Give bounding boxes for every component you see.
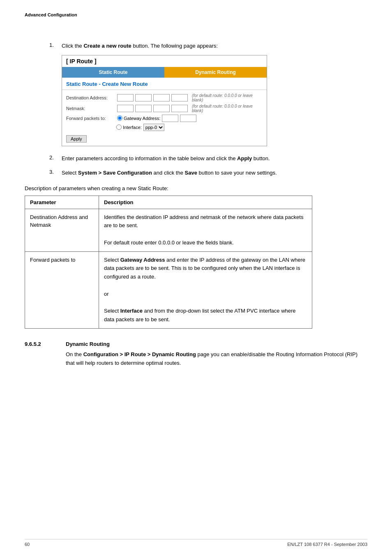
netmask-input-4[interactable] [171,105,188,112]
ip-route-tabs: Static Route Dynamic Routing [62,67,267,78]
section-body: On the Configuration > IP Route > Dynami… [66,350,367,368]
footer-doc-info: EN/LZT 108 6377 R4 - September 2003 [287,542,367,547]
interface-radio[interactable] [116,124,122,130]
netmask-input-3[interactable] [153,105,170,112]
tab-static-route[interactable]: Static Route [62,67,164,78]
param-forward: Forward packets to [25,251,99,328]
page-container: Advanced Configuration 1. Click the Crea… [0,0,392,555]
description-intro: Description of parameters when creating … [25,185,367,191]
interface-radio-label[interactable]: Interface: [116,124,142,130]
gateway-input-1[interactable] [162,115,178,122]
dest-input-4[interactable] [171,94,188,101]
table-header-row: Parameter Description [25,196,312,209]
interface-radio-text: Interface: [123,125,142,130]
step-1-text: Click the Create a new route button. The… [62,42,218,50]
destination-hint: (for default route: 0.0.0.0 or leave bla… [192,93,263,102]
gateway-radio-text: Gateway Address: [124,116,160,121]
table-row: Destination Address and Netmask Identifi… [25,209,312,251]
page-header: Advanced Configuration [25,12,367,17]
desc-dest-netmask: Identifies the destination IP address an… [99,209,312,251]
ip-route-title: [ IP Route ] [62,55,267,67]
col-param-header: Parameter [25,196,99,209]
destination-label: Destination Address: [66,95,115,100]
section-number: 9.6.5.2 [25,341,58,368]
gateway-radio-label[interactable]: Gateway Address: [117,115,160,121]
section-9-6-5-2: 9.6.5.2 Dynamic Routing On the Configura… [25,341,367,368]
forward-gateway-row: Forward packets to: Gateway Address: [66,115,263,122]
destination-row: Destination Address: (for default route:… [66,93,263,102]
netmask-row: Netmask: (for default route: 0.0.0.0 or … [66,104,263,113]
ppp-select[interactable]: ppp-0 [143,124,164,131]
col-desc-header: Description [99,196,312,209]
param-dest-netmask: Destination Address and Netmask [25,209,99,251]
tab-dynamic-routing[interactable]: Dynamic Routing [164,67,267,78]
step-1: 1. Click the Create a new route button. … [49,42,367,146]
section-content: Dynamic Routing On the Configuration > I… [66,341,367,368]
ip-route-subtitle: Static Route - Create New Route [62,78,267,90]
param-table: Parameter Description Destination Addres… [25,196,312,329]
netmask-input-2[interactable] [135,105,152,112]
desc-forward: Select Gateway Address and enter the IP … [99,251,312,328]
footer-page-number: 60 [25,542,30,547]
dest-input-1[interactable] [117,94,134,101]
table-row: Forward packets to Select Gateway Addres… [25,251,312,328]
step-3: 3. Select System > Save Configuration an… [49,169,367,177]
step-2-text: Enter parameters according to informatio… [62,154,270,163]
step-3-text: Select System > Save Configuration and c… [62,169,277,177]
forward-interface-row: Interface: ppp-0 [116,124,263,131]
step-3-number: 3. [49,169,58,175]
step-1-number: 1. [49,42,58,48]
step-2: 2. Enter parameters according to informa… [49,154,367,163]
netmask-hint: (for default route: 0.0.0.0 or leave bla… [192,104,263,113]
netmask-label: Netmask: [66,106,115,111]
gateway-input-2[interactable] [180,115,196,122]
apply-button[interactable]: Apply [66,135,87,143]
gateway-radio[interactable] [117,115,122,121]
section-title: Dynamic Routing [66,341,367,347]
dest-input-2[interactable] [135,94,152,101]
ip-route-box: [ IP Route ] Static Route Dynamic Routin… [62,55,267,146]
netmask-input-1[interactable] [117,105,134,112]
forward-label: Forward packets to: [66,116,115,121]
ip-route-form: Destination Address: (for default route:… [62,90,267,146]
dest-input-3[interactable] [153,94,170,101]
page-footer: 60 EN/LZT 108 6377 R4 - September 2003 [25,539,367,547]
step-2-number: 2. [49,154,58,161]
